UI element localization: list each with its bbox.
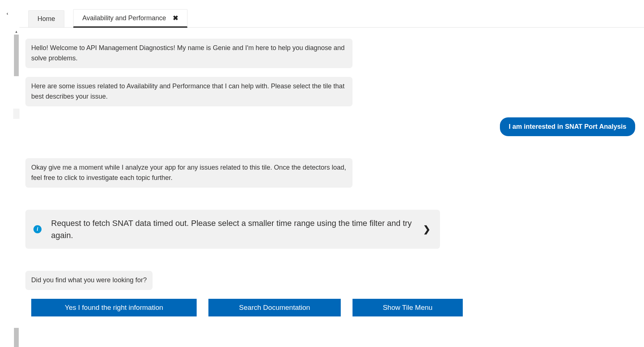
close-icon[interactable]: ✖ [173, 15, 178, 21]
bot-message: Hello! Welcome to API Management Diagnos… [25, 39, 353, 68]
collapse-icon[interactable]: ‹‹ [7, 11, 7, 16]
bot-message: Okay give me a moment while I analyze yo… [25, 158, 353, 188]
yes-found-info-button[interactable]: Yes I found the right information [31, 299, 197, 316]
scroll-thumb[interactable] [14, 328, 19, 347]
user-message: I am interested in SNAT Port Analysis [500, 117, 635, 137]
chat-area: Hello! Welcome to API Management Diagnos… [19, 28, 644, 327]
tab-label: Availability and Performance [82, 14, 166, 22]
bot-message: Did you find what you were looking for? [25, 271, 153, 290]
scrollbar[interactable]: ▲ [13, 0, 19, 347]
tabbar: Home Availability and Performance ✖ [19, 0, 644, 28]
bot-message: Here are some issues related to Availabi… [25, 77, 353, 106]
scroll-segment [13, 109, 19, 119]
tab-home[interactable]: Home [28, 10, 64, 27]
tab-label: Home [37, 15, 55, 23]
info-icon: i [33, 225, 42, 233]
info-card-text: Request to fetch SNAT data timed out. Pl… [51, 217, 412, 241]
scroll-thumb[interactable] [14, 35, 19, 76]
scroll-up-arrow-icon[interactable]: ▲ [13, 29, 19, 35]
search-documentation-button[interactable]: Search Documentation [208, 299, 341, 316]
chevron-right-icon: ❯ [422, 224, 432, 234]
tab-availability-performance[interactable]: Availability and Performance ✖ [73, 9, 187, 28]
show-tile-menu-button[interactable]: Show Tile Menu [353, 299, 463, 316]
info-card-snat-timeout[interactable]: i Request to fetch SNAT data timed out. … [25, 210, 440, 249]
